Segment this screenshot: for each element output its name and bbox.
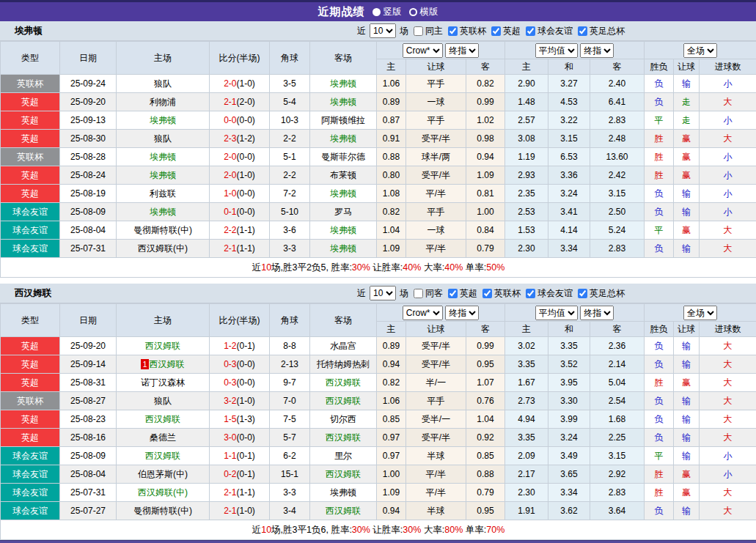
match-date: 25-09-20 [60, 93, 117, 111]
result-goals: 大 [700, 93, 756, 111]
avg-away-odds: 2.42 [590, 166, 645, 185]
away-team: 埃弗顿 [310, 221, 377, 240]
league-filter-checkbox[interactable] [526, 289, 535, 298]
match-row: 英联杯25-08-28埃弗顿2-0(0-0)5-1曼斯菲尔德0.88球半/两0.… [1, 148, 756, 166]
match-row: 英联杯25-08-27狼队3-2(1-0)7-0西汉姆联1.06平手0.762.… [1, 392, 756, 410]
bookmaker-select-cell: Crow* 终指 [377, 304, 505, 322]
bookmaker-select[interactable]: Crow* [403, 306, 443, 320]
away-team-name: 西汉姆联 [326, 377, 361, 388]
average-stage-select[interactable]: 终指 [580, 306, 614, 320]
score: 1-1(0-1) [210, 447, 270, 465]
home-team-name: 西汉姆联 [145, 451, 180, 461]
score: 1-2(0-1) [210, 337, 270, 355]
avg-away-odds: 2.14 [590, 355, 645, 374]
avg-away-odds: 2.92 [590, 465, 645, 484]
handicap-line: 半/一 [406, 374, 466, 392]
result-outcome: 负 [645, 93, 674, 111]
away-team: 埃弗顿 [310, 185, 377, 203]
avg-draw-odds: 3.52 [548, 355, 590, 374]
vertical-radio[interactable] [373, 8, 381, 16]
bookmaker-stage-select[interactable]: 终指 [445, 306, 479, 320]
halftime-score: (0-0) [237, 359, 255, 369]
average-stage-select[interactable]: 终指 [580, 43, 614, 58]
avg-away-odds: 3.15 [590, 447, 645, 465]
avg-home-odds: 1.91 [505, 502, 548, 520]
home-team-name: 埃弗顿 [150, 170, 176, 180]
halftime-score: (1-0) [237, 396, 255, 406]
match-date: 25-09-20 [60, 337, 117, 355]
league-filter-label: 球会友谊 [537, 25, 573, 37]
match-row: 英超25-08-30狼队2-3(1-2)2-2埃弗顿0.91受平/半0.983.… [1, 130, 756, 148]
result-goals: 大 [700, 502, 756, 520]
match-count-select[interactable]: 10 [370, 286, 396, 300]
fulltime-score: 0-1 [224, 207, 236, 217]
result-handicap: 赢 [674, 221, 700, 240]
handicap-away-odds: 0.85 [466, 447, 505, 465]
corner-score: 7-0 [270, 392, 310, 410]
away-team-name: 罗马 [334, 207, 352, 217]
summary-row: 近10场,胜3平1负6, 胜率:30% 让胜率:30% 大率:80% 单率:70… [1, 520, 756, 540]
filter-controls: 近10场同主英联杯英超球会友谊英足总杯 [357, 23, 625, 38]
bookmaker-stage-select[interactable]: 终指 [445, 43, 479, 58]
scope-select[interactable]: 全场 [683, 306, 717, 320]
horizontal-radio[interactable] [409, 8, 417, 16]
average-select[interactable]: 平均值 [535, 306, 578, 320]
same-venue-checkbox[interactable] [414, 26, 423, 36]
league-filter-checkbox[interactable] [491, 26, 501, 36]
fulltime-score: 3-0 [224, 432, 236, 443]
handicap-line: 平/半 [406, 465, 466, 484]
avg-away-odds: 6.41 [590, 93, 645, 111]
result-handicap: 输 [674, 429, 700, 447]
league-filter-label: 球会友谊 [537, 287, 573, 300]
score: 2-0(0-0) [210, 148, 270, 166]
handicap-away-odds: 1.02 [466, 111, 505, 130]
results-table: 类型日期主场比分(半场)角球客场Crow* 终指平均值 终指全场主让球客主和客胜… [0, 303, 756, 540]
field-label: 场 [400, 25, 408, 37]
home-team: 曼彻斯特联(中) [117, 502, 210, 520]
score: 2-1(1-1) [210, 240, 270, 258]
halftime-score: (0-0) [237, 115, 255, 125]
corner-score: 8-8 [270, 337, 310, 355]
handicap-away-odds: 0.88 [466, 465, 505, 484]
bookmaker-select[interactable]: Crow* [403, 43, 443, 58]
scope-select[interactable]: 全场 [683, 43, 717, 58]
result-goals: 小 [700, 465, 756, 484]
result-handicap: 赢 [674, 148, 700, 166]
league-filter-checkbox[interactable] [448, 26, 458, 36]
match-date: 25-09-13 [60, 111, 117, 130]
home-team: 埃弗顿 [117, 148, 210, 166]
home-team: 桑德兰 [117, 429, 210, 447]
handicap-away-odds: 0.79 [466, 484, 505, 502]
fulltime-score: 0-3 [224, 359, 236, 369]
average-select[interactable]: 平均值 [535, 43, 578, 58]
away-team: 埃弗顿 [310, 240, 377, 258]
orientation-vertical[interactable]: 竖版 [373, 6, 402, 18]
handicap-line: 平/半 [406, 484, 466, 502]
result-handicap: 输 [674, 355, 700, 374]
league-filter-checkbox[interactable] [578, 289, 587, 298]
match-count-select[interactable]: 10 [370, 23, 396, 38]
league-filter-checkbox[interactable] [578, 26, 587, 36]
type-badge: 球会友谊 [1, 221, 60, 240]
away-team: 埃弗顿 [310, 93, 377, 111]
summary-segment: 让胜率: [370, 262, 403, 273]
avg-away-odds: 2.40 [590, 75, 645, 93]
league-filter-checkbox[interactable] [448, 289, 458, 298]
avg-home-odds: 2.09 [505, 447, 548, 465]
type-badge: 英超 [1, 185, 60, 203]
home-team: 埃弗顿 [117, 111, 210, 130]
sub-column-header: 进球数 [700, 322, 756, 337]
league-filter-checkbox[interactable] [526, 26, 535, 36]
orientation-horizontal[interactable]: 横版 [409, 6, 438, 18]
away-team-name: 西汉姆联 [326, 396, 361, 406]
avg-draw-odds: 3.34 [548, 240, 590, 258]
fulltime-score: 1-2 [224, 341, 236, 351]
same-venue-checkbox[interactable] [414, 289, 423, 298]
same-venue-label: 同客 [425, 287, 443, 300]
sub-column-header: 客 [466, 322, 505, 337]
column-header: 角球 [270, 42, 310, 75]
avg-draw-odds: 3.62 [548, 502, 590, 520]
match-date: 25-07-31 [60, 484, 117, 502]
avg-home-odds: 4.94 [505, 410, 548, 429]
league-filter-checkbox[interactable] [482, 289, 492, 298]
